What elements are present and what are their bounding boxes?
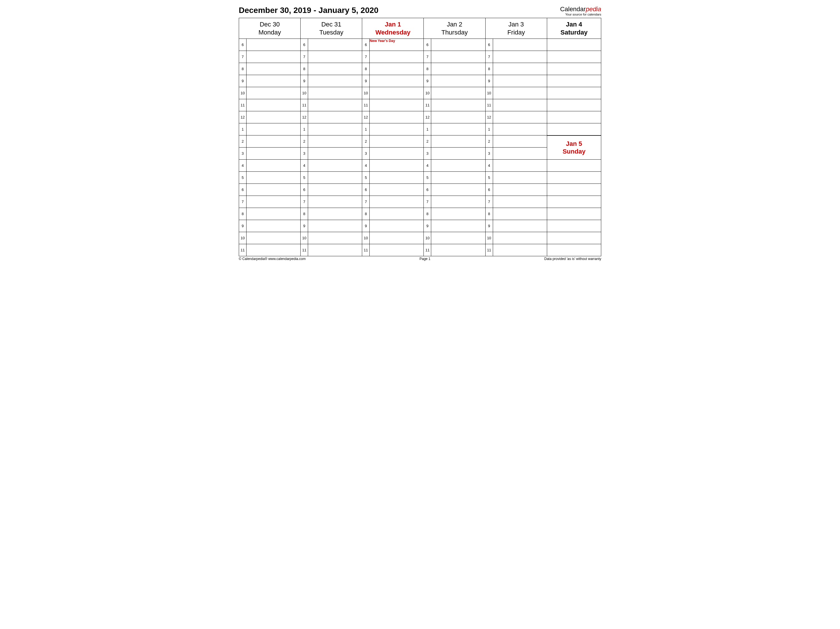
hour-label: 5: [424, 172, 431, 184]
sunday-slot: [547, 244, 601, 256]
time-slot: [308, 208, 362, 220]
time-slot: [308, 196, 362, 208]
hour-label: 8: [485, 63, 493, 75]
footer-left: © Calendarpedia® www.calendarpedia.com: [239, 257, 306, 261]
time-slot: [431, 184, 485, 196]
time-slot: [246, 220, 301, 232]
hour-label: 8: [362, 63, 369, 75]
footer: © Calendarpedia® www.calendarpedia.com P…: [239, 257, 601, 261]
time-slot: [308, 160, 362, 172]
hour-label: 10: [424, 87, 431, 99]
time-slot: [246, 148, 301, 160]
brand-name: Calendarpedia: [560, 6, 601, 13]
hour-label: 5: [239, 172, 246, 184]
time-slot: [369, 160, 424, 172]
time-slot: [431, 232, 485, 244]
hour-label: 12: [301, 111, 308, 123]
time-slot: [246, 87, 301, 99]
time-slot: [431, 220, 485, 232]
hour-label: 6: [485, 184, 493, 196]
time-slot: [308, 111, 362, 123]
hour-label: 12: [239, 111, 246, 123]
time-slot: [369, 232, 424, 244]
time-slot: [431, 39, 485, 51]
hour-label: 8: [239, 208, 246, 220]
saturday-slot: [547, 75, 601, 87]
hour-label: 9: [362, 75, 369, 87]
sunday-slot: [547, 208, 601, 220]
hour-label: 8: [424, 63, 431, 75]
hour-label: 7: [424, 196, 431, 208]
hour-label: 6: [239, 184, 246, 196]
time-slot: [369, 111, 424, 123]
hour-label: 7: [485, 196, 493, 208]
page-title: December 30, 2019 - January 5, 2020: [239, 6, 379, 15]
time-slot: [493, 196, 547, 208]
time-slot: [431, 63, 485, 75]
hour-label: 7: [362, 51, 369, 63]
hour-label: 10: [485, 87, 493, 99]
time-slot: [246, 208, 301, 220]
hour-label: 9: [424, 75, 431, 87]
time-slot: [431, 208, 485, 220]
hour-label: 4: [424, 160, 431, 172]
hour-label: 11: [239, 244, 246, 256]
time-slot: [493, 184, 547, 196]
time-slot: New Year's Day: [369, 39, 424, 51]
time-slot: [246, 196, 301, 208]
hour-label: 9: [301, 75, 308, 87]
hour-label: 10: [239, 232, 246, 244]
time-slot: [493, 172, 547, 184]
saturday-slot: [547, 87, 601, 99]
time-slot: [246, 99, 301, 111]
hour-label: 2: [485, 136, 493, 148]
hour-label: 11: [301, 244, 308, 256]
hour-label: 10: [239, 87, 246, 99]
hour-label: 6: [239, 39, 246, 51]
time-slot: [493, 232, 547, 244]
time-slot: [431, 87, 485, 99]
hour-label: 5: [485, 172, 493, 184]
hour-label: 7: [301, 196, 308, 208]
hour-label: 6: [362, 39, 369, 51]
time-slot: [369, 63, 424, 75]
hour-label: 3: [301, 148, 308, 160]
footer-center: Page 1: [419, 257, 430, 261]
time-slot: [431, 196, 485, 208]
time-slot: [493, 244, 547, 256]
hour-label: 9: [485, 220, 493, 232]
hour-label: 7: [239, 51, 246, 63]
hour-label: 5: [362, 172, 369, 184]
time-slot: [369, 123, 424, 136]
time-slot: [308, 123, 362, 136]
time-slot: [246, 172, 301, 184]
saturday-slot: [547, 39, 601, 51]
hour-label: 2: [362, 136, 369, 148]
time-slot: [431, 160, 485, 172]
time-slot: [246, 184, 301, 196]
hour-label: 6: [485, 39, 493, 51]
time-slot: [493, 123, 547, 136]
hour-label: 11: [239, 99, 246, 111]
time-slot: [493, 51, 547, 63]
time-slot: [308, 232, 362, 244]
day-header-3: Jan 2Thursday: [424, 18, 485, 39]
hour-label: 8: [301, 63, 308, 75]
sunday-slot: [547, 172, 601, 184]
time-slot: [493, 87, 547, 99]
time-slot: [493, 136, 547, 148]
hour-label: 11: [424, 99, 431, 111]
time-slot: [369, 184, 424, 196]
hour-label: 6: [301, 39, 308, 51]
time-slot: [308, 244, 362, 256]
hour-label: 10: [485, 232, 493, 244]
time-slot: [308, 51, 362, 63]
time-slot: [493, 160, 547, 172]
brand-pedia: pedia: [586, 5, 601, 13]
time-slot: [493, 99, 547, 111]
time-slot: [493, 75, 547, 87]
hour-label: 5: [301, 172, 308, 184]
day-header-1: Dec 31Tuesday: [301, 18, 362, 39]
time-slot: [493, 63, 547, 75]
time-slot: [246, 51, 301, 63]
